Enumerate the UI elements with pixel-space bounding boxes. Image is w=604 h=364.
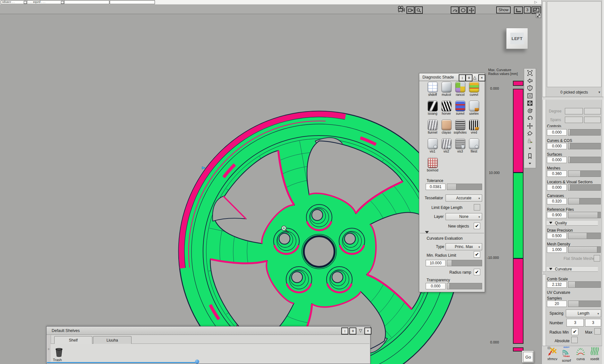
- samples-slider[interactable]: [568, 301, 601, 307]
- vis2-icon[interactable]: [441, 138, 452, 149]
- plane-icon[interactable]: [526, 130, 534, 137]
- canvases-slider[interactable]: [568, 198, 601, 204]
- usetex-icon[interactable]: [469, 101, 479, 112]
- clayao-icon[interactable]: [441, 120, 452, 130]
- mulcol-icon[interactable]: [441, 82, 452, 93]
- strip-tab-1[interactable]: oduacc . .: [1, 0, 27, 4]
- pan-dark-icon[interactable]: [526, 100, 534, 107]
- shader-item-boxmod[interactable]: boxmod: [426, 157, 439, 172]
- shader-item-isoang[interactable]: isoang: [426, 101, 439, 115]
- ruler-icon[interactable]: [514, 6, 523, 14]
- number-field-1[interactable]: 3: [566, 319, 584, 327]
- tool-xfrmcv[interactable]: xfrmcv: [546, 346, 559, 364]
- reference-files-value-input[interactable]: 0.900: [547, 212, 567, 218]
- expand-more-icon[interactable]: [526, 145, 534, 152]
- meshes-value-input[interactable]: 0.360: [547, 170, 567, 177]
- pan-move-icon[interactable]: [467, 6, 475, 14]
- quality-section-header[interactable]: Quality: [547, 220, 598, 226]
- draw-precision-value-input[interactable]: 0.500: [547, 233, 567, 239]
- mesh-density-slider[interactable]: [568, 246, 601, 253]
- comb-scale-slider[interactable]: [568, 281, 601, 288]
- tool-curva[interactable]: curva: [574, 346, 587, 364]
- type-dropdown[interactable]: Princ. Max▼: [446, 243, 482, 250]
- radius-ramp-checkbox[interactable]: ✔: [474, 269, 480, 275]
- prompt-history-box[interactable]: [547, 1, 601, 87]
- resize-corner-icon[interactable]: [536, 13, 541, 18]
- spans-field-1[interactable]: [565, 117, 583, 123]
- surfaces-slider[interactable]: [568, 157, 601, 163]
- shield-icon[interactable]: [526, 85, 534, 92]
- min-radius-value-input[interactable]: 10.000: [426, 260, 446, 266]
- rotate-view-icon[interactable]: [526, 107, 534, 114]
- sophotes-icon[interactable]: [455, 120, 465, 130]
- shader-item-vred[interactable]: vred: [467, 120, 481, 134]
- bookmark-icon[interactable]: [526, 153, 534, 160]
- shader-item-horver[interactable]: horver: [439, 101, 453, 115]
- shader-item-filest[interactable]: filest: [467, 138, 481, 153]
- strip-tab-2[interactable]: . . . equrd . . .: [27, 0, 64, 4]
- window-resize-icon[interactable]: ↕: [459, 74, 466, 81]
- layer-dropdown[interactable]: None▼: [446, 213, 482, 220]
- panel-scrollbar-upper[interactable]: [542, 1, 546, 272]
- curvature-section-header[interactable]: Curvature: [547, 266, 598, 272]
- reference-files-slider[interactable]: [568, 212, 601, 218]
- limit-edge-length-checkbox[interactable]: [474, 204, 480, 211]
- mesh-density-value-input[interactable]: 1.000: [547, 246, 567, 253]
- shader-item-vis1[interactable]: vis1: [426, 138, 439, 153]
- shader-item-ltunnel[interactable]: ltunnel: [426, 120, 439, 134]
- count-box[interactable]: 3: [524, 6, 531, 13]
- shdoff-icon[interactable]: [428, 82, 438, 93]
- trash-icon[interactable]: [54, 347, 65, 358]
- vred-icon[interactable]: [469, 120, 479, 130]
- tab-liuuha[interactable]: Liuuha: [93, 336, 132, 344]
- window-collapse-icon[interactable]: △: [472, 74, 478, 80]
- samples-value-input[interactable]: 20: [547, 301, 567, 307]
- view-orientation-tile[interactable]: LEFT: [506, 28, 528, 49]
- show-button[interactable]: Show: [496, 6, 511, 13]
- go-button[interactable]: Go: [522, 351, 534, 363]
- movie-camera-icon[interactable]: [397, 6, 405, 12]
- window-menu-icon[interactable]: ≡: [465, 74, 472, 81]
- rancol-icon[interactable]: [455, 82, 465, 93]
- section-collapse-marker[interactable]: [425, 231, 429, 234]
- spans-field-2[interactable]: [584, 117, 601, 123]
- panel-right-scroll-edge[interactable]: [602, 0, 604, 364]
- shader-item-usetex[interactable]: usetex: [467, 101, 481, 115]
- shader-item-vis3[interactable]: vis3: [453, 138, 467, 153]
- translate-icon[interactable]: [526, 122, 534, 129]
- vis1-icon[interactable]: [428, 138, 438, 149]
- boxmod-icon[interactable]: [428, 157, 438, 168]
- window-layout-icon[interactable]: [532, 6, 541, 14]
- vis3-icon[interactable]: [455, 138, 465, 149]
- shader-item-vis2[interactable]: vis2: [439, 138, 453, 153]
- tab-shelf[interactable]: Shelf: [54, 336, 92, 344]
- isoang-icon[interactable]: [428, 101, 438, 112]
- surevl-icon[interactable]: [455, 101, 465, 112]
- tool-scnsrf[interactable]: min+ +max scnsrf: [560, 346, 573, 364]
- shader-item-rancol[interactable]: rancol: [453, 82, 467, 96]
- curves-cos-slider[interactable]: [568, 143, 601, 149]
- number-field-2[interactable]: 3: [585, 319, 601, 327]
- shelf-drag-dot[interactable]: [195, 360, 199, 364]
- picked-objects-selector[interactable]: 0 picked objects ▼: [547, 88, 601, 96]
- shader-item-shdoff[interactable]: shdoff: [426, 82, 439, 96]
- comb-scale-value-input[interactable]: 2.132: [547, 281, 567, 288]
- min-radius-limit-checkbox[interactable]: ✔: [474, 251, 480, 258]
- tweak-curve-icon[interactable]: [451, 6, 459, 14]
- window-close-icon[interactable]: ×: [478, 74, 485, 81]
- max-checkbox[interactable]: [594, 328, 601, 335]
- shelves-titlebar[interactable]: Default Shelves: [47, 327, 370, 335]
- circle-tool-icon[interactable]: [459, 6, 467, 14]
- shelves-resize-icon[interactable]: ↕: [341, 327, 348, 335]
- canvases-value-input[interactable]: 0.320: [547, 198, 567, 204]
- back-arrow-icon[interactable]: [526, 77, 534, 84]
- curevl-icon[interactable]: [469, 82, 479, 93]
- controls-slider[interactable]: [568, 129, 601, 136]
- tolerance-value-input[interactable]: 0.0381: [426, 184, 446, 190]
- transparency-slider[interactable]: [447, 283, 482, 289]
- filest-icon[interactable]: [469, 138, 479, 149]
- strip-box-1[interactable]: [64, 0, 109, 4]
- shader-item-sophotes[interactable]: sophotes: [453, 120, 467, 134]
- controls-value-input[interactable]: 0.000: [547, 129, 567, 136]
- shader-item-surevl[interactable]: surevl: [453, 101, 467, 115]
